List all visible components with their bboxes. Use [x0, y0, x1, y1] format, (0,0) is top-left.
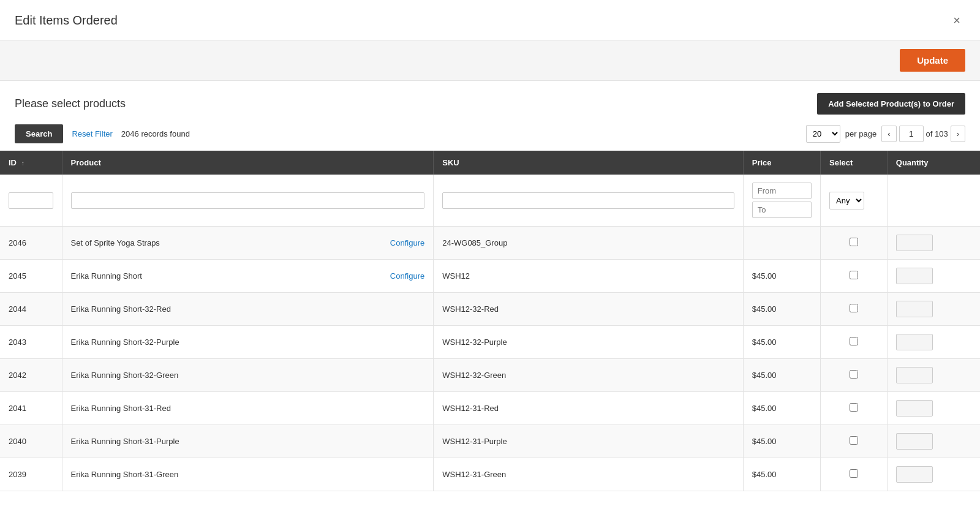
cell-select — [821, 227, 888, 260]
cell-product: Erika Running Short-31-Purple — [62, 425, 434, 458]
cell-price: $45.00 — [743, 359, 820, 392]
quantity-input[interactable] — [896, 268, 933, 284]
section-title: Please select products — [15, 97, 126, 110]
per-page-dropdown[interactable]: 20 30 50 100 200 — [806, 125, 840, 143]
page-total: of 103 — [926, 129, 948, 138]
cell-sku: WSH12-31-Purple — [434, 425, 744, 458]
filter-price-cell — [743, 175, 820, 227]
prev-page-button[interactable]: ‹ — [881, 126, 896, 142]
product-name: Erika Running Short-32-Red — [71, 304, 171, 314]
col-header-id[interactable]: ID ↑ — [0, 151, 62, 175]
cell-sku: WSH12-31-Green — [434, 458, 744, 491]
product-name: Erika Running Short-31-Purple — [71, 437, 179, 446]
price-to-input[interactable] — [752, 202, 812, 218]
select-checkbox[interactable] — [850, 403, 858, 412]
cell-price: $45.00 — [743, 260, 820, 293]
product-name: Erika Running Short-31-Green — [71, 470, 179, 479]
cell-select — [821, 293, 888, 326]
col-header-quantity: Quantity — [887, 151, 980, 175]
cell-product: Erika Running Short-32-Green — [62, 359, 434, 392]
quantity-input[interactable] — [896, 334, 933, 350]
quantity-input[interactable] — [896, 400, 933, 417]
price-filter — [752, 183, 812, 218]
cell-product: Erika Running Short-32-Red — [62, 293, 434, 326]
section-header: Please select products Add Selected Prod… — [0, 81, 980, 124]
cell-id: 2043 — [0, 326, 62, 359]
update-button[interactable]: Update — [900, 49, 965, 72]
col-header-product: Product — [62, 151, 434, 175]
cell-id: 2040 — [0, 425, 62, 458]
table-row: 2039Erika Running Short-31-GreenWSH12-31… — [0, 458, 980, 491]
pagination-area: 20 30 50 100 200 per page ‹ of 103 › — [806, 125, 965, 143]
select-checkbox[interactable] — [850, 304, 858, 312]
next-page-button[interactable]: › — [951, 126, 965, 142]
filter-id-input[interactable] — [9, 192, 53, 209]
filter-select-cell: Any Yes No — [821, 175, 888, 227]
sort-arrow-id: ↑ — [21, 160, 24, 167]
cell-quantity — [887, 260, 980, 293]
modal-title: Edit Items Ordered — [15, 13, 118, 28]
select-checkbox[interactable] — [850, 238, 858, 246]
cell-id: 2042 — [0, 359, 62, 392]
cell-select — [821, 326, 888, 359]
select-checkbox[interactable] — [850, 469, 858, 478]
cell-select — [821, 425, 888, 458]
page-number-input[interactable] — [899, 126, 924, 142]
col-header-price: Price — [743, 151, 820, 175]
cell-select — [821, 458, 888, 491]
add-selected-products-button[interactable]: Add Selected Product(s) to Order — [817, 93, 965, 115]
quantity-input[interactable] — [896, 466, 933, 483]
cell-price: $45.00 — [743, 392, 820, 425]
select-checkbox[interactable] — [850, 337, 858, 345]
select-filter-dropdown[interactable]: Any Yes No — [829, 192, 864, 209]
cell-product: Erika Running Short-32-Purple — [62, 326, 434, 359]
filter-sku-input[interactable] — [442, 192, 734, 209]
table-row: 2042Erika Running Short-32-GreenWSH12-32… — [0, 359, 980, 392]
quantity-input[interactable] — [896, 235, 933, 251]
col-header-sku: SKU — [434, 151, 744, 175]
cell-sku: WSH12-31-Red — [434, 392, 744, 425]
filter-sku-cell — [434, 175, 744, 227]
quantity-input[interactable] — [896, 301, 933, 317]
select-checkbox[interactable] — [850, 370, 858, 379]
reset-filter-link[interactable]: Reset Filter — [72, 129, 112, 138]
cell-sku: WSH12-32-Green — [434, 359, 744, 392]
cell-price: $45.00 — [743, 293, 820, 326]
cell-quantity — [887, 359, 980, 392]
product-name: Erika Running Short-32-Green — [71, 371, 179, 380]
filter-quantity-cell — [887, 175, 980, 227]
col-header-select: Select — [821, 151, 888, 175]
table-row: 2046Set of Sprite Yoga StrapsConfigure24… — [0, 227, 980, 260]
close-button[interactable]: × — [948, 11, 965, 30]
filter-id-cell — [0, 175, 62, 227]
records-count: 2046 records found — [121, 129, 190, 138]
cell-id: 2045 — [0, 260, 62, 293]
price-from-input[interactable] — [752, 183, 812, 199]
filter-row: Any Yes No — [0, 175, 980, 227]
filter-product-cell — [62, 175, 434, 227]
cell-quantity — [887, 458, 980, 491]
search-button[interactable]: Search — [15, 124, 63, 143]
cell-price: $45.00 — [743, 425, 820, 458]
cell-id: 2044 — [0, 293, 62, 326]
configure-link[interactable]: Configure — [390, 271, 424, 281]
cell-product: Set of Sprite Yoga StrapsConfigure — [62, 227, 434, 260]
cell-quantity — [887, 392, 980, 425]
cell-product: Erika Running ShortConfigure — [62, 260, 434, 293]
cell-quantity — [887, 227, 980, 260]
filter-product-input[interactable] — [71, 192, 425, 209]
page-navigation: ‹ of 103 › — [881, 126, 965, 142]
quantity-input[interactable] — [896, 433, 933, 450]
per-page-select: 20 30 50 100 200 — [806, 125, 840, 143]
select-checkbox[interactable] — [850, 271, 858, 279]
table-row: 2041Erika Running Short-31-RedWSH12-31-R… — [0, 392, 980, 425]
configure-link[interactable]: Configure — [390, 238, 424, 247]
select-checkbox[interactable] — [850, 436, 858, 445]
cell-select — [821, 392, 888, 425]
cell-price: $45.00 — [743, 458, 820, 491]
cell-price: $45.00 — [743, 326, 820, 359]
cell-quantity — [887, 425, 980, 458]
quantity-input[interactable] — [896, 367, 933, 383]
cell-sku: WSH12-32-Red — [434, 293, 744, 326]
per-page-label: per page — [845, 129, 876, 138]
